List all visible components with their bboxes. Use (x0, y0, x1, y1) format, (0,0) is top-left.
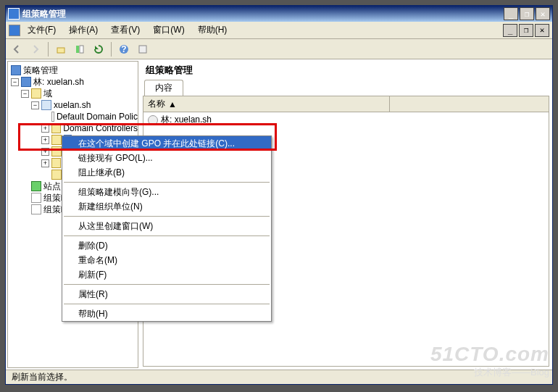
mmc-icon (9, 25, 20, 36)
up-button[interactable] (53, 41, 69, 57)
forest-icon (21, 77, 31, 87)
tree-domains[interactable]: −域 (8, 88, 138, 99)
expand-icon[interactable]: + (41, 148, 49, 156)
forest-row-icon (148, 115, 158, 125)
svg-rect-5 (139, 46, 146, 53)
col-name[interactable]: 名称▲ (143, 96, 390, 112)
statusbar: 刷新当前选择。 (6, 370, 552, 384)
cm-delete[interactable]: 删除(D) (62, 238, 271, 253)
menu-file[interactable]: 文件(F) (22, 22, 62, 38)
cm-separator (64, 284, 270, 285)
sort-asc-icon: ▲ (168, 99, 177, 109)
restore-button[interactable]: ❐ (520, 7, 534, 20)
window-title: 组策略管理 (22, 8, 504, 20)
svg-rect-0 (57, 48, 64, 53)
tree-forest[interactable]: −林: xuelan.sh (8, 76, 138, 88)
cm-separator (64, 304, 270, 304)
cm-link-gpo[interactable]: 链接现有 GPO(L)... (62, 151, 271, 165)
collapse-icon[interactable]: − (11, 78, 19, 86)
menu-help[interactable]: 帮助(H) (192, 22, 233, 38)
collapse-icon[interactable]: − (21, 90, 29, 98)
domain-icon (41, 100, 51, 110)
cm-help[interactable]: 帮助(H) (62, 306, 271, 321)
toolbar: ? (6, 39, 552, 59)
folder-icon (51, 146, 62, 157)
status-text: 刷新当前选择。 (12, 371, 72, 383)
titlebar: 组策略管理 _ ❐ ✕ (6, 6, 552, 22)
details-title: 组策略管理 (141, 61, 551, 80)
folder-icon (51, 158, 62, 168)
show-tree-button[interactable] (72, 41, 88, 57)
cm-gp-wizard[interactable]: 组策略建模向导(G)... (62, 185, 271, 199)
cm-create-gpo[interactable]: 在这个域中创建 GPO 并在此处链接(C)... (62, 136, 271, 151)
tree-dc[interactable]: +Domain Controllers (8, 122, 138, 134)
forward-button[interactable] (28, 41, 43, 57)
policy-icon (51, 112, 54, 122)
mdi-close-button[interactable]: ✕ (535, 24, 549, 37)
expand-icon[interactable]: + (41, 159, 49, 167)
menu-window[interactable]: 窗口(W) (147, 22, 190, 38)
report-icon (31, 193, 41, 203)
back-button[interactable] (9, 41, 25, 57)
minimize-button[interactable]: _ (504, 7, 518, 20)
cm-block-inherit[interactable]: 阻止继承(B) (62, 165, 271, 180)
folder-icon (51, 135, 62, 145)
tab-content[interactable]: 内容 (144, 80, 183, 96)
mdi-minimize-button[interactable]: _ (503, 24, 517, 37)
svg-rect-1 (76, 46, 79, 53)
cm-separator (64, 216, 270, 217)
tree-domain[interactable]: −xuelan.sh (8, 99, 138, 111)
svg-rect-2 (80, 46, 83, 53)
context-menu: 在这个域中创建 GPO 并在此处链接(C)... 链接现有 GPO(L)... … (62, 135, 272, 322)
mdi-restore-button[interactable]: ❐ (519, 24, 533, 37)
cm-separator (64, 182, 270, 183)
site-icon (31, 181, 41, 191)
cm-properties[interactable]: 属性(R) (62, 287, 271, 301)
tree-root[interactable]: 策略管理 (8, 64, 138, 76)
folder-icon (51, 123, 62, 133)
save-button[interactable] (135, 41, 151, 57)
refresh-button[interactable] (91, 41, 107, 57)
folder-open-icon (31, 88, 41, 99)
cm-refresh[interactable]: 刷新(F) (62, 267, 271, 282)
list-header: 名称▲ (143, 96, 549, 112)
app-icon (8, 8, 20, 20)
cm-new-ou[interactable]: 新建组织单位(N) (62, 199, 271, 214)
menu-view[interactable]: 查看(V) (105, 22, 146, 38)
svg-text:?: ? (121, 44, 126, 54)
cm-new-window[interactable]: 从这里创建窗口(W) (62, 219, 271, 233)
close-button[interactable]: ✕ (536, 7, 550, 20)
report-icon (31, 204, 41, 214)
collapse-icon[interactable]: − (31, 101, 39, 109)
help-button[interactable]: ? (116, 41, 132, 57)
list-row[interactable]: 林: xuelan.sh (143, 112, 549, 128)
folder-icon (51, 170, 62, 180)
menu-action[interactable]: 操作(A) (63, 22, 104, 38)
expand-icon[interactable]: + (41, 125, 49, 133)
tabs: 内容 (141, 80, 551, 96)
expand-icon[interactable]: + (41, 136, 49, 144)
tree-default-policy[interactable]: Default Domain Polic (8, 111, 138, 122)
cm-rename[interactable]: 重命名(M) (62, 253, 271, 267)
cm-separator (64, 235, 270, 236)
gpo-icon (11, 65, 21, 75)
menubar: 文件(F) 操作(A) 查看(V) 窗口(W) 帮助(H) _ ❐ ✕ (6, 22, 552, 39)
